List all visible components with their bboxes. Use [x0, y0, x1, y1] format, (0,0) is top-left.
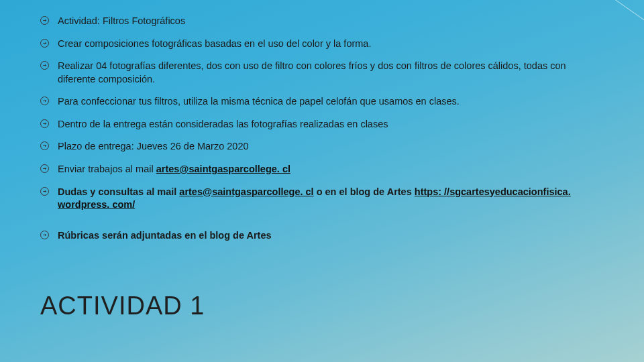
text-span: Para confeccionar tus filtros, utiliza l…: [58, 96, 460, 107]
text-span: Crear composiciones fotográficas basadas…: [58, 38, 371, 49]
bullet-icon: [40, 231, 49, 239]
list-item-text: Dentro de la entrega están consideradas …: [58, 119, 388, 129]
bullet-icon: [40, 97, 49, 105]
link-text: artes@saintgasparcollege. cl: [156, 164, 290, 174]
list-item: Plazo de entrega: Jueves 26 de Marzo 202…: [40, 140, 604, 154]
text-span: Plazo de entrega: Jueves 26 de Marzo 202…: [58, 141, 249, 152]
list-item-text: Rúbricas serán adjuntadas en el blog de …: [58, 230, 272, 241]
bullet-icon: [40, 119, 49, 128]
list-item: Dudas y consultas al mail artes@saintgas…: [40, 186, 604, 212]
bullet-icon: [40, 187, 49, 196]
list-item-text: Crear composiciones fotográficas basadas…: [58, 38, 371, 49]
text-span: o en el blog de Artes: [314, 186, 415, 197]
list-item: Dentro de la entrega están consideradas …: [40, 118, 604, 131]
bullet-icon: [40, 39, 49, 48]
list-item: Actividad: Filtros Fotográficos: [40, 15, 604, 28]
list-item-text: Actividad: Filtros Fotográficos: [58, 15, 185, 26]
bullet-icon: [40, 141, 49, 150]
text-span: Rúbricas serán adjuntadas en el blog de …: [58, 230, 272, 241]
list-item: Rúbricas serán adjuntadas en el blog de …: [40, 229, 604, 243]
list-item-text: Para confeccionar tus filtros, utiliza l…: [58, 96, 460, 107]
list-item-text: Dudas y consultas al mail artes@saintgas…: [58, 186, 571, 210]
bullet-icon: [40, 61, 49, 70]
text-span: Dudas y consultas al mail: [58, 186, 179, 197]
list-item: Realizar 04 fotografías diferentes, dos …: [40, 60, 604, 86]
slide-title: ACTIVIDAD 1: [40, 292, 205, 320]
bullet-icon: [40, 164, 49, 173]
text-span: Enviar trabajos al mail: [58, 164, 156, 174]
list-item-text: Realizar 04 fotografías diferentes, dos …: [58, 60, 566, 84]
list-item: Crear composiciones fotográficas basadas…: [40, 38, 604, 51]
bullet-list: Actividad: Filtros FotográficosCrear com…: [0, 0, 644, 242]
text-span: Actividad: Filtros Fotográficos: [58, 15, 185, 26]
list-item-text: Enviar trabajos al mail artes@saintgaspa…: [58, 164, 290, 174]
text-span: Dentro de la entrega están consideradas …: [58, 119, 388, 129]
list-item: Para confeccionar tus filtros, utiliza l…: [40, 95, 604, 109]
text-span: Realizar 04 fotografías diferentes, dos …: [58, 60, 566, 84]
bullet-icon: [40, 16, 49, 25]
list-item-text: Plazo de entrega: Jueves 26 de Marzo 202…: [58, 141, 249, 152]
slide: Actividad: Filtros FotográficosCrear com…: [0, 0, 644, 362]
list-item: Enviar trabajos al mail artes@saintgaspa…: [40, 163, 604, 176]
link-text: artes@saintgasparcollege. cl: [179, 186, 313, 197]
